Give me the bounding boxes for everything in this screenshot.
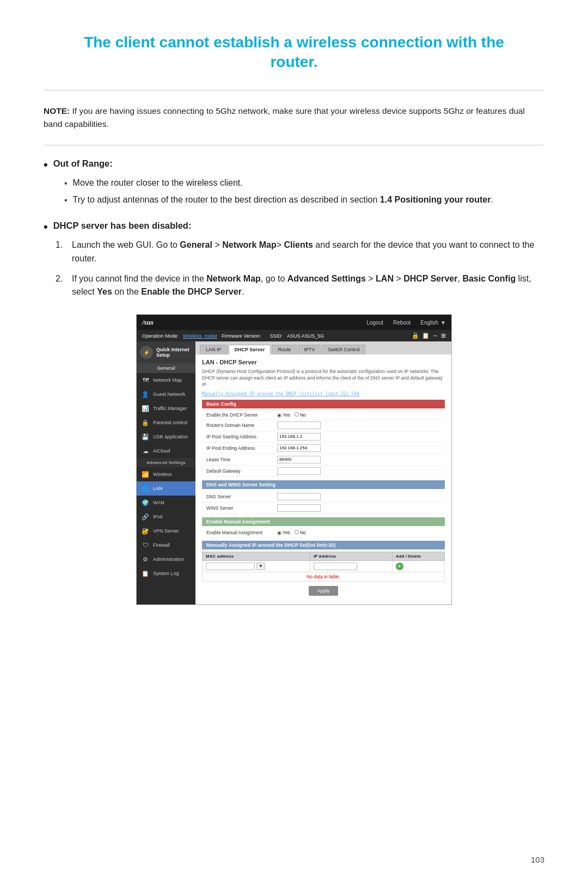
dhcp-step-1: Launch the web GUI. Go to General > Netw… xyxy=(72,239,544,266)
apply-button[interactable]: Apply xyxy=(309,586,339,596)
description-text: DHCP (Dynamic Host Configuration Protoco… xyxy=(202,369,445,388)
form-row-default-gateway: Default Gateway xyxy=(202,466,445,477)
domain-name-input[interactable] xyxy=(277,421,321,429)
quick-internet-setup[interactable]: ⚡ Quick Internet Setup xyxy=(137,341,195,363)
router-status-icons: 🔒 📋 ↔ ⊞ xyxy=(412,332,446,339)
router-screenshot: /sus Logout Reboot English ▼ Operation M… xyxy=(136,314,452,605)
domain-name-value xyxy=(277,421,440,429)
tab-switch-control[interactable]: Switch Control xyxy=(322,345,365,355)
yes-bold: Yes xyxy=(97,287,112,296)
traffic-manager-icon: 📊 xyxy=(141,404,150,413)
lan-bold: LAN xyxy=(376,274,394,283)
no-data-row: No data in table. xyxy=(203,572,445,581)
network-map-label: Network Map xyxy=(153,377,182,383)
network-map-icon: 🗺 xyxy=(141,376,150,384)
sidebar-item-ipv6[interactable]: 🔗 IPv6 xyxy=(137,510,195,524)
add-row-button[interactable]: + xyxy=(396,563,403,570)
sidebar-item-guest-network[interactable]: 👤 Guest Network xyxy=(137,387,195,401)
sidebar-item-traffic-manager[interactable]: 📊 Traffic Manager xyxy=(137,401,195,415)
dns-input[interactable] xyxy=(277,493,321,500)
sidebar-item-aicloud[interactable]: ☁ AiCloud xyxy=(137,444,195,458)
mac-address-input[interactable] xyxy=(206,563,255,570)
manual-yes-dot[interactable]: Yes xyxy=(277,530,290,535)
page-title: The client cannot establish a wireless c… xyxy=(44,33,544,72)
op-mode-value[interactable]: Wireless_router xyxy=(183,333,217,339)
form-row-ip-end: IP Pool Ending Address xyxy=(202,443,445,454)
router-sidebar: ⚡ Quick Internet Setup General 🗺 Network… xyxy=(137,341,195,604)
mac-table-header: Manually Assigned IP around the DHCP lis… xyxy=(202,541,445,549)
out-of-range-item-2: Try to adjust antennas of the router to … xyxy=(73,193,493,207)
logout-button[interactable]: Logout xyxy=(366,320,383,326)
wins-input[interactable] xyxy=(277,504,321,512)
operation-bar: Operation Mode: Wireless_router Firmware… xyxy=(137,330,451,341)
sidebar-item-firewall[interactable]: 🛡 Firewall xyxy=(137,538,195,552)
default-gateway-label: Default Gateway xyxy=(206,468,277,474)
lease-time-input[interactable] xyxy=(277,456,321,463)
positioning-router-bold: 1.4 Positioning your router xyxy=(380,195,491,204)
bullet-main-out-of-range: • Out of Range: xyxy=(44,158,544,171)
router-ui: /sus Logout Reboot English ▼ Operation M… xyxy=(137,315,451,604)
mac-dropdown-arrow[interactable]: ▼ xyxy=(256,563,265,570)
aicloud-icon: ☁ xyxy=(141,447,150,455)
form-row-ip-start: IP Pool Starting Address xyxy=(202,431,445,443)
sidebar-item-wan[interactable]: 🌍 WAN xyxy=(137,496,195,510)
ip-address-input[interactable] xyxy=(314,563,357,570)
default-gateway-input[interactable] xyxy=(277,467,321,475)
sidebar-item-administration[interactable]: ⚙ Administration xyxy=(137,552,195,566)
mac-input-cell: ▼ xyxy=(203,560,310,572)
default-gateway-value xyxy=(277,467,440,475)
add-delete-cell: + xyxy=(392,560,444,572)
enable-dhcp-radio[interactable]: Yes No xyxy=(277,412,306,418)
main-title: LAN - DHCP Server xyxy=(202,359,445,365)
sidebar-item-usb-application[interactable]: 💾 USB application xyxy=(137,430,195,444)
system-log-icon: 📋 xyxy=(141,569,150,578)
tab-dhcp-server[interactable]: DHCP Server xyxy=(229,345,271,355)
ip-start-input[interactable] xyxy=(277,433,321,441)
grid-icon: ⊞ xyxy=(441,332,446,339)
sidebar-item-lan[interactable]: 🌐 LAN xyxy=(137,481,195,496)
sidebar-item-wireless[interactable]: 📶 Wireless xyxy=(137,467,195,481)
add-delete-col-header: Add / Delete xyxy=(392,552,444,560)
tab-route[interactable]: Route xyxy=(272,345,297,355)
bullet-sub-2: • Try to adjust antennas of the router t… xyxy=(64,193,544,207)
no-radio-dot[interactable]: No xyxy=(295,412,306,418)
enable-dhcp-bold: Enable the DHCP Server xyxy=(141,287,242,296)
dhcp-faq-link[interactable]: Manually_Assigned_IP_around_the_DHCP_lis… xyxy=(202,392,445,396)
mac-input-row: ▼ + xyxy=(203,560,445,572)
ip-start-value xyxy=(277,433,440,441)
yes-radio-dot[interactable]: Yes xyxy=(277,412,290,418)
network-icon-2: ↔ xyxy=(432,332,438,339)
lease-time-label: Lease Time xyxy=(206,457,277,462)
op-mode-label: Operation Mode: xyxy=(142,333,179,339)
guest-network-icon: 👤 xyxy=(141,390,150,399)
out-of-range-item-1: Move the router closer to the wireless c… xyxy=(73,176,243,190)
dns-section-header: DNS and WINS Server Setting xyxy=(202,480,445,489)
bullet-main-dhcp: • DHCP server has been disabled: xyxy=(44,221,544,233)
num-1: 1. xyxy=(56,239,66,252)
vpn-server-label: VPN Server xyxy=(153,528,179,534)
manual-label: Enable Manual Assignment xyxy=(206,530,277,535)
clients-bold: Clients xyxy=(284,240,313,249)
sidebar-item-network-map[interactable]: 🗺 Network Map xyxy=(137,373,195,387)
tab-lan-ip[interactable]: LAN IP xyxy=(200,345,228,355)
wins-label: WINS Server xyxy=(206,505,277,511)
sidebar-item-parental-control[interactable]: 🔒 Parental control xyxy=(137,415,195,430)
ip-end-input[interactable] xyxy=(277,444,321,452)
enable-dhcp-label: Enable the DHCP Server xyxy=(206,412,277,418)
reboot-button[interactable]: Reboot xyxy=(393,320,411,326)
ipv6-icon: 🔗 xyxy=(141,512,150,521)
tab-iptv[interactable]: IPTV xyxy=(298,345,321,355)
asus-logo: /sus xyxy=(142,318,154,327)
dhcp-item-2: 2. If you cannot find the device in the … xyxy=(56,272,544,300)
manual-no-dot[interactable]: No xyxy=(295,530,306,535)
advanced-settings-bold: Advanced Settings xyxy=(287,274,366,283)
wins-value xyxy=(277,504,440,512)
manual-radio[interactable]: Yes No xyxy=(277,530,306,535)
sidebar-item-system-log[interactable]: 📋 System Log xyxy=(137,566,195,581)
system-log-label: System Log xyxy=(153,571,179,576)
sidebar-item-vpn-server[interactable]: 🔐 VPN Server xyxy=(137,524,195,538)
lock-icon: 🔒 xyxy=(412,332,419,339)
language-selector[interactable]: English ▼ xyxy=(420,320,446,326)
ip-col-header: IP Address xyxy=(310,552,392,560)
bullet-dot-1: • xyxy=(44,159,48,171)
